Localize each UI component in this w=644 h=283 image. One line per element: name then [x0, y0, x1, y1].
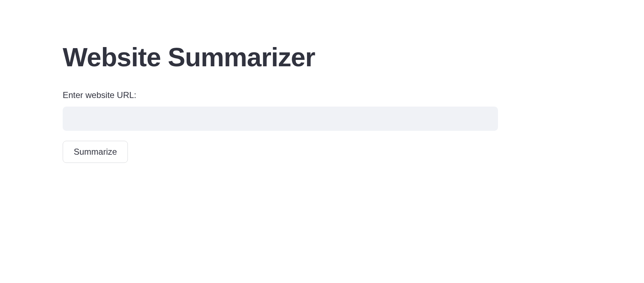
- page-title: Website Summarizer: [63, 43, 581, 72]
- main-container: Website Summarizer Enter website URL: Su…: [0, 0, 644, 163]
- url-input-label: Enter website URL:: [63, 90, 581, 100]
- url-input[interactable]: [63, 107, 498, 131]
- summarize-button[interactable]: Summarize: [63, 141, 128, 163]
